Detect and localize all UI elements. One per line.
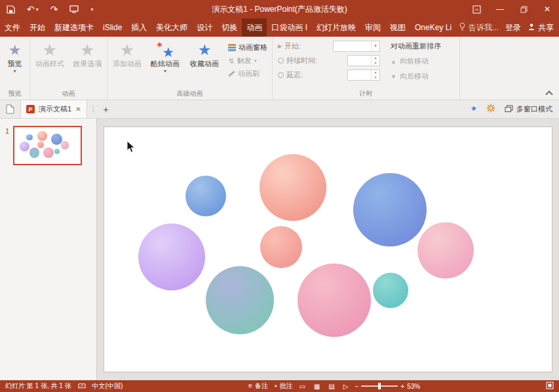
ribbon-tab-美化大师[interactable]: 美化大师	[151, 18, 192, 37]
reading-view-icon[interactable]: ▤	[328, 383, 334, 390]
windows-icon	[505, 105, 513, 114]
group-label-animation: 动画	[30, 88, 107, 100]
bubble-shape	[29, 147, 39, 157]
slide-thumbnail[interactable]	[13, 126, 82, 165]
delay-row: 延迟: ▴▾	[278, 69, 380, 81]
tell-me-button[interactable]: 告诉我...	[459, 22, 499, 33]
bubble-shape[interactable]	[260, 154, 326, 221]
animation-painter-button[interactable]: 动画刷	[228, 69, 267, 79]
thumbnail-canvas	[14, 127, 81, 164]
document-tab[interactable]: P 演示文稿1 ✕	[20, 100, 87, 118]
add-animation-button[interactable]: ★ 添加动画	[109, 39, 145, 68]
bubble-shape[interactable]	[206, 266, 274, 334]
bubble-shape[interactable]	[138, 224, 205, 290]
delay-spinner[interactable]: ▴▾	[347, 69, 380, 81]
slide-number: 1	[5, 127, 9, 135]
ribbon-tab-动画[interactable]: 动画	[242, 18, 267, 37]
save-icon[interactable]	[7, 5, 15, 14]
bubble-shape[interactable]	[260, 226, 302, 268]
fit-to-window-icon[interactable]	[546, 382, 554, 391]
new-tab-button[interactable]: +	[100, 104, 113, 115]
language-indicator[interactable]: 中文(中国)	[92, 382, 123, 391]
move-later-button[interactable]: ▼ 向后移动	[391, 71, 441, 81]
zoom-slider[interactable]	[361, 385, 398, 387]
ribbon-group-animation: ★ 动画样式 ★ 效果选项 动画	[30, 37, 107, 100]
ribbon-tab-幻灯片放映[interactable]: 幻灯片放映	[312, 18, 360, 37]
preview-button[interactable]: ★ 预览 ▾	[8, 39, 22, 74]
lightning-icon: ↯	[228, 57, 235, 65]
spellcheck-icon[interactable]	[78, 383, 86, 390]
ribbon-tab-设计[interactable]: 设计	[192, 18, 217, 37]
collapse-ribbon-icon[interactable]	[547, 90, 552, 96]
normal-view-icon[interactable]: ▭	[299, 383, 305, 390]
ribbon-tab-iSlide[interactable]: iSlide	[98, 18, 126, 37]
ribbon-tab-开始[interactable]: 开始	[25, 18, 50, 37]
favorite-animation-button[interactable]: ★ 收藏动画	[185, 39, 224, 68]
tab-options-icon[interactable]: ⋮	[87, 105, 100, 113]
cool-animation-button[interactable]: ★★ 酷炫动画 ▾	[145, 39, 185, 74]
duration-row: 持续时间: ▴▾	[278, 54, 380, 66]
group-label-preview: 预览	[0, 88, 29, 100]
bubble-shape[interactable]	[185, 176, 226, 216]
animation-pane-button[interactable]: 动画窗格	[228, 43, 267, 52]
person-icon	[528, 23, 535, 33]
trigger-button[interactable]: ↯ 触发 ▾	[228, 56, 267, 66]
ribbon-tab-list: 文件开始新建选项卡iSlide插入美化大师设计切换动画口袋动画 I幻灯片放映审阅…	[0, 18, 456, 37]
ribbon-display-options-icon[interactable]	[465, 0, 488, 18]
bubble-shape[interactable]	[298, 264, 371, 337]
spinner-arrows-icon: ▴▾	[371, 70, 379, 80]
sparkle-tool-icon[interactable]	[471, 106, 477, 113]
chevron-down-icon: ▾	[371, 41, 379, 51]
lightbulb-icon	[459, 22, 466, 33]
duration-spinner[interactable]: ▴▾	[347, 55, 380, 66]
bubble-shape	[20, 142, 29, 151]
ribbon: ★ 预览 ▾ 预览 ★ 动画样式 ★ 效果选项 动画 ★ 添加动画	[0, 37, 559, 100]
ribbon-tab-插入[interactable]: 插入	[126, 18, 151, 37]
powerpoint-file-icon: P	[26, 105, 35, 113]
close-tab-icon[interactable]: ✕	[75, 106, 81, 113]
ribbon-tab-口袋动画 I[interactable]: 口袋动画 I	[267, 18, 312, 37]
animation-styles-star-icon: ★	[43, 41, 57, 59]
undo-icon[interactable]: ↶▾	[27, 5, 39, 14]
add-animation-star-icon: ★	[120, 41, 134, 59]
move-earlier-button[interactable]: ▲ 向前移动	[391, 56, 441, 66]
notes-button[interactable]: ≡ 备注	[248, 382, 268, 391]
triangle-down-icon: ▼	[391, 73, 396, 80]
restore-icon[interactable]	[512, 0, 535, 18]
customize-qat-icon[interactable]: ▾	[90, 7, 93, 12]
redo-icon[interactable]: ↷	[50, 5, 58, 14]
zoom-percentage[interactable]: 53%	[407, 383, 420, 390]
ribbon-tab-审阅[interactable]: 审阅	[360, 18, 385, 37]
ribbon-tab-视图[interactable]: 视图	[385, 18, 410, 37]
ribbon-tab-文件[interactable]: 文件	[0, 18, 25, 37]
zoom-slider-thumb[interactable]	[378, 383, 381, 389]
ribbon-group-preview: ★ 预览 ▾ 预览	[0, 37, 30, 100]
screen-tool-icon[interactable]	[69, 5, 79, 13]
settings-gear-icon[interactable]	[486, 104, 495, 115]
slide-canvas[interactable]	[104, 127, 552, 372]
comments-button[interactable]: ▪ 批注	[275, 382, 293, 391]
zoom-out-icon[interactable]: −	[355, 383, 359, 390]
close-icon[interactable]: ✕	[535, 0, 559, 18]
favorite-animation-star-icon: ★	[198, 41, 212, 59]
effect-options-button[interactable]: ★ 效果选项	[69, 39, 106, 68]
slideshow-view-icon[interactable]: ▷	[343, 383, 349, 390]
slide-sorter-view-icon[interactable]: ▦	[314, 383, 320, 390]
zoom-in-icon[interactable]: +	[400, 383, 404, 390]
minimize-icon[interactable]: —	[488, 0, 512, 18]
animation-styles-button[interactable]: ★ 动画样式	[31, 39, 68, 68]
bubble-shape[interactable]	[417, 222, 474, 279]
bubble-shape	[37, 142, 43, 147]
share-button[interactable]: 共享	[528, 22, 554, 33]
multi-window-mode-button[interactable]: 多窗口模式	[505, 104, 552, 114]
sign-in-button[interactable]: 登录	[505, 22, 521, 33]
start-dropdown[interactable]: ▾	[333, 41, 380, 52]
document-tab-bar: P 演示文稿1 ✕ ⋮ + 多窗口模式	[0, 100, 559, 119]
bubble-shape[interactable]	[373, 273, 408, 308]
new-document-icon[interactable]	[6, 104, 14, 114]
ribbon-tab-OneKey Li[interactable]: OneKey Li	[410, 18, 456, 37]
bubble-shape[interactable]	[353, 173, 427, 246]
ribbon-tab-切换[interactable]: 切换	[217, 18, 242, 37]
status-bar: 幻灯片 第 1 张, 共 1 张 中文(中国) ≡ 备注 ▪ 批注 ▭ ▦ ▤ …	[0, 380, 559, 392]
ribbon-tab-新建选项卡[interactable]: 新建选项卡	[50, 18, 98, 37]
